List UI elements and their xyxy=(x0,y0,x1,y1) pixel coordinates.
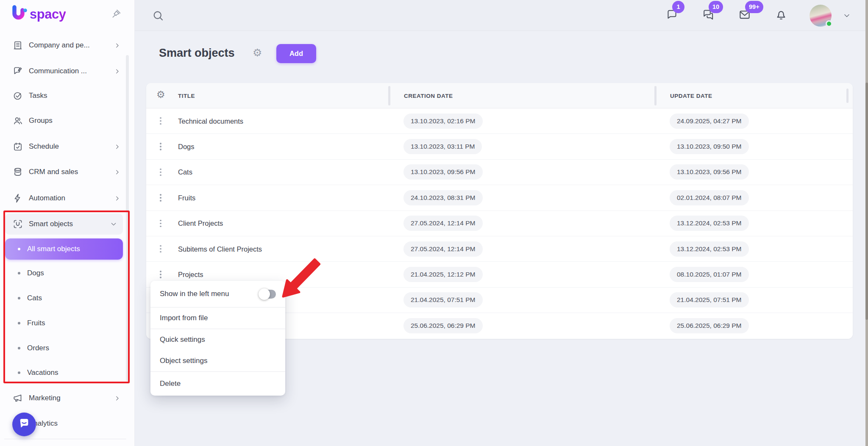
sidebar-item-groups[interactable]: Groups xyxy=(4,111,126,131)
row-title[interactable]: Fruits xyxy=(178,194,195,202)
team-chat-button[interactable]: 10 xyxy=(699,7,717,25)
row-update-date: 25.06.2025, 06:29 PM xyxy=(670,318,749,333)
intercom-chat-launcher[interactable] xyxy=(12,413,36,436)
row-creation-date: 13.10.2023, 09:56 PM xyxy=(403,164,483,180)
lightning-icon xyxy=(13,193,23,203)
sidebar-item-communication[interactable]: Communication ... xyxy=(4,61,126,81)
bell-icon xyxy=(775,8,787,23)
column-divider[interactable] xyxy=(846,89,849,103)
column-divider[interactable] xyxy=(388,86,390,105)
sidebar-item-automation[interactable]: Automation xyxy=(4,188,126,208)
sidebar-item-company[interactable]: Company and pe... xyxy=(4,35,126,55)
sidebar-item-smart-objects[interactable]: Smart objects xyxy=(5,213,123,235)
row-update-date: 13.12.2024, 02:53 PM xyxy=(670,216,749,231)
row-title[interactable]: Client Projects xyxy=(178,219,223,227)
bullet-icon xyxy=(18,297,20,299)
search-icon[interactable] xyxy=(152,9,164,22)
sidebar-divider xyxy=(4,439,126,439)
page-title: Smart objects xyxy=(159,47,235,60)
menu-item-quick-settings[interactable]: Quick settings xyxy=(150,329,285,350)
pin-sidebar-icon[interactable] xyxy=(109,7,123,20)
row-creation-date: 27.05.2024, 12:14 PM xyxy=(403,241,483,257)
sidebar-subitem-all-smart-objects[interactable]: All smart objects xyxy=(5,238,123,260)
column-header-title[interactable]: TITLE xyxy=(178,83,195,108)
row-kebab-menu-icon[interactable] xyxy=(156,116,165,127)
online-status-dot xyxy=(826,20,832,27)
sidebar-item-marketing[interactable]: Marketing xyxy=(4,388,126,408)
database-icon xyxy=(13,167,23,177)
table-row[interactable]: Subitems of Client Projects 27.05.2024, … xyxy=(146,236,853,262)
people-icon xyxy=(13,116,23,126)
window-scrollbar-thumb[interactable] xyxy=(865,83,868,320)
window-scrollbar[interactable] xyxy=(865,0,868,446)
sidebar-item-label: Tasks xyxy=(29,91,47,100)
table-row[interactable]: Cats 13.10.2023, 09:56 PM 13.10.2023, 09… xyxy=(146,160,853,185)
sidebar-subitem-fruits[interactable]: Fruits xyxy=(5,313,123,334)
row-kebab-menu-icon[interactable] xyxy=(156,141,165,152)
sidebar-subitem-dogs[interactable]: Dogs xyxy=(5,263,123,284)
menu-item-label: Import from file xyxy=(160,314,208,322)
row-kebab-menu-icon[interactable] xyxy=(156,218,165,229)
table-header: ⚙ TITLE CREATION DATE UPDATE DATE xyxy=(146,83,853,108)
table-settings-gear-icon[interactable]: ⚙ xyxy=(156,90,165,100)
add-button[interactable]: Add xyxy=(276,44,316,63)
row-title[interactable]: Technical documents xyxy=(178,117,243,125)
menu-item-delete[interactable]: Delete xyxy=(150,372,285,396)
sidebar-item-label: Schedule xyxy=(29,142,59,151)
uspacy-logo[interactable]: spacy xyxy=(11,5,66,24)
row-kebab-menu-icon[interactable] xyxy=(156,244,165,255)
row-title[interactable]: Projects xyxy=(178,271,203,279)
sidebar-item-crm[interactable]: CRM and sales xyxy=(4,162,126,182)
menu-item-label: Object settings xyxy=(160,357,207,365)
sidebar-subitem-vacations[interactable]: Vacations xyxy=(5,362,123,383)
bullet-icon xyxy=(18,347,20,349)
sidebar-item-label: Marketing xyxy=(29,394,61,402)
calendar-icon xyxy=(13,141,23,152)
row-kebab-menu-icon[interactable] xyxy=(156,192,165,203)
bullet-icon xyxy=(18,322,20,324)
sidebar-subitem-label: Cats xyxy=(27,294,42,302)
menu-item-import-from-file[interactable]: Import from file xyxy=(150,307,285,329)
sidebar-item-label: Smart objects xyxy=(29,220,73,228)
notifications-button[interactable] xyxy=(772,7,790,25)
bullet-icon xyxy=(18,272,20,274)
table-row[interactable]: Fruits 24.10.2023, 08:31 PM 02.01.2024, … xyxy=(146,185,853,211)
row-kebab-menu-icon[interactable] xyxy=(156,166,165,177)
menu-item-object-settings[interactable]: Object settings xyxy=(150,350,285,371)
row-update-date: 24.09.2025, 04:27 PM xyxy=(670,114,749,129)
sidebar-item-tasks[interactable]: Tasks xyxy=(4,86,126,106)
row-update-date: 02.01.2024, 08:07 PM xyxy=(670,190,749,205)
row-kebab-menu-icon[interactable] xyxy=(156,269,165,280)
page-settings-gear-icon[interactable]: ⚙ xyxy=(253,47,262,58)
row-creation-date: 21.04.2025, 12:12 PM xyxy=(403,267,483,282)
sidebar-item-schedule[interactable]: Schedule xyxy=(4,136,126,157)
row-context-menu: Show in the left menu Import from file Q… xyxy=(150,281,285,396)
bullet-icon xyxy=(18,371,20,374)
row-title[interactable]: Cats xyxy=(178,168,192,176)
column-divider[interactable] xyxy=(654,86,657,105)
toggle-knob xyxy=(259,288,270,300)
sidebar-subitem-label: Vacations xyxy=(27,368,58,377)
table-row[interactable]: Dogs 13.10.2023, 03:11 PM 13.10.2023, 09… xyxy=(146,134,853,159)
column-header-creation-date[interactable]: CREATION DATE xyxy=(404,83,453,108)
sidebar-subitem-cats[interactable]: Cats xyxy=(5,288,123,309)
logo-text: spacy xyxy=(30,7,66,22)
sidebar-subitem-orders[interactable]: Orders xyxy=(5,338,123,359)
topbar-actions: 1 10 99+ xyxy=(644,0,851,31)
profile-chevron-down-icon[interactable] xyxy=(843,11,851,20)
user-avatar[interactable] xyxy=(810,5,832,27)
table-row[interactable]: Technical documents 13.10.2023, 02:16 PM… xyxy=(146,108,853,134)
row-title[interactable]: Dogs xyxy=(178,143,195,151)
show-in-left-menu-toggle[interactable] xyxy=(260,290,276,299)
menu-item-show-in-left-menu[interactable]: Show in the left menu xyxy=(150,281,285,307)
chat-badge: 1 xyxy=(672,1,684,13)
sidebar-scrollbar[interactable] xyxy=(126,55,129,381)
chat-pen-icon xyxy=(13,66,23,76)
mail-button[interactable]: 99+ xyxy=(736,7,754,25)
chat-button[interactable]: 1 xyxy=(663,7,681,25)
table-row[interactable]: Client Projects 27.05.2024, 12:14 PM 13.… xyxy=(146,211,853,236)
row-title[interactable]: Subitems of Client Projects xyxy=(178,245,262,253)
sidebar-item-label: Automation xyxy=(29,194,65,202)
column-header-update-date[interactable]: UPDATE DATE xyxy=(670,83,712,108)
chevron-right-icon xyxy=(114,68,120,75)
